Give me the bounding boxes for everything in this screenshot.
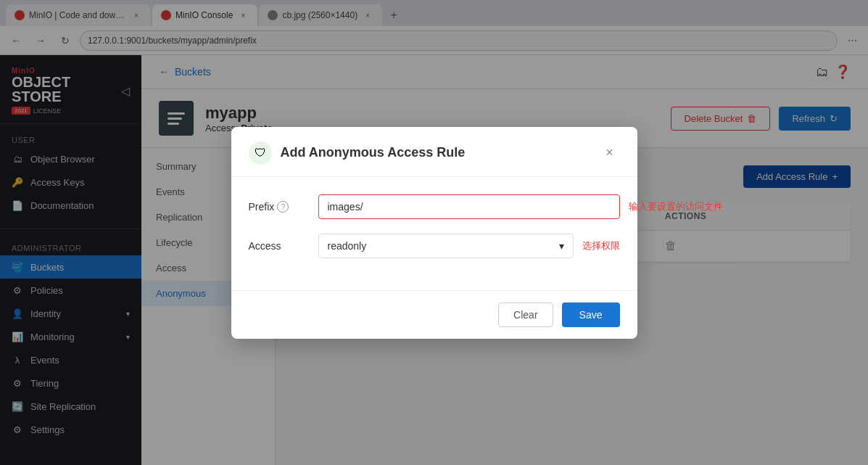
access-select-value-text: readonly bbox=[328, 240, 367, 252]
access-select-hint: 选择权限 bbox=[582, 239, 620, 252]
modal-title: Add Anonymous Access Rule bbox=[281, 145, 591, 160]
clear-button[interactable]: Clear bbox=[498, 303, 553, 327]
add-access-rule-modal: 🛡 Add Anonymous Access Rule × Prefix ? 输… bbox=[231, 127, 637, 339]
modal-close-button[interactable]: × bbox=[600, 143, 620, 163]
modal-footer: Clear Save bbox=[231, 290, 637, 339]
prefix-input-hint: 输入要设置的访问文件 bbox=[629, 200, 723, 213]
access-select-wrapper: readonly ▾ 选择权限 bbox=[318, 234, 620, 258]
access-select-chevron-icon: ▾ bbox=[559, 240, 564, 252]
modal-overlay: 🛡 Add Anonymous Access Rule × Prefix ? 输… bbox=[0, 0, 868, 465]
access-label: Access bbox=[249, 240, 307, 252]
modal-header: 🛡 Add Anonymous Access Rule × bbox=[231, 127, 637, 177]
prefix-label-text: Prefix bbox=[249, 201, 275, 213]
save-button[interactable]: Save bbox=[562, 303, 620, 327]
prefix-label: Prefix ? bbox=[249, 201, 307, 213]
prefix-input[interactable] bbox=[318, 194, 620, 219]
modal-shield-icon: 🛡 bbox=[249, 141, 272, 165]
modal-body: Prefix ? 输入要设置的访问文件 Access readonly ▾ bbox=[231, 177, 637, 290]
prefix-input-wrapper: 输入要设置的访问文件 bbox=[318, 194, 620, 219]
prefix-form-row: Prefix ? 输入要设置的访问文件 bbox=[249, 194, 620, 219]
access-label-text: Access bbox=[249, 240, 281, 252]
access-select[interactable]: readonly ▾ bbox=[318, 234, 574, 258]
access-form-row: Access readonly ▾ 选择权限 bbox=[249, 234, 620, 258]
prefix-help-icon[interactable]: ? bbox=[277, 201, 289, 213]
